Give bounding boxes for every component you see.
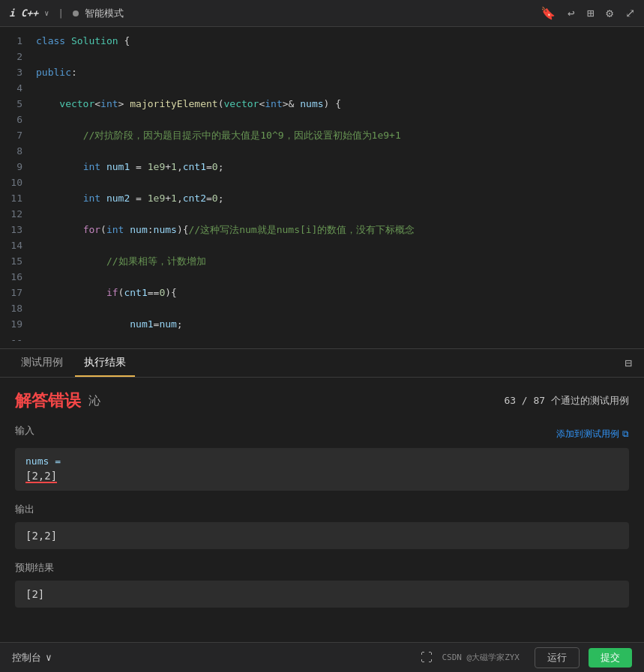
input-header: 输入 添加到测试用例 ⧉	[15, 424, 629, 444]
console-right: ⛶ CSDN @大磁学家ZYX 运行 提交	[421, 647, 632, 668]
code-content[interactable]: class Solution { public: vector<int> maj…	[30, 27, 644, 348]
console-toggle[interactable]: 控制台 ∨	[12, 651, 52, 665]
submit-button[interactable]: 提交	[589, 648, 632, 668]
settings-icon[interactable]: ⚙	[606, 6, 613, 20]
bookmark-icon[interactable]: 🔖	[541, 6, 556, 20]
grid-icon[interactable]: ⊞	[587, 6, 595, 20]
bottom-panel: 测试用例 执行结果 ⊟ 解答错误 沁 63 / 87 个通过的测试用例 输入 添…	[0, 349, 644, 672]
output-section: 输出 [2,2]	[15, 503, 629, 549]
copy-icon: ⧉	[622, 429, 629, 439]
top-bar-right: 🔖 ↩ ⊞ ⚙ ⤢	[541, 6, 635, 20]
output-value: [2,2]	[25, 530, 57, 542]
expected-value: [2]	[25, 588, 44, 600]
top-bar-left: i C++ ∨ | 智能模式	[9, 7, 124, 20]
watermark-text: CSDN @大磁学家ZYX	[442, 652, 520, 663]
input-value-line: [2,2]	[25, 470, 619, 483]
run-button[interactable]: 运行	[535, 647, 580, 668]
add-testcase-button[interactable]: 添加到测试用例 ⧉	[556, 428, 629, 441]
line-numbers: 1 2 3 4 5 6 7 8 9 10 11 12 13 14 15 16 1…	[0, 27, 30, 348]
console-label: 控制台	[12, 651, 41, 665]
panel-minimize-icon[interactable]: ⊟	[625, 356, 632, 370]
result-status-icon: 沁	[88, 393, 100, 409]
panel-content: 解答错误 沁 63 / 87 个通过的测试用例 输入 添加到测试用例 ⧉ num…	[0, 378, 644, 642]
input-label: 输入	[15, 424, 34, 438]
console-chevron-icon: ∨	[46, 652, 52, 663]
language-chevron-icon[interactable]: ∨	[44, 9, 49, 17]
mode-indicator-dot	[73, 10, 79, 16]
input-code-box: nums = [2,2]	[15, 448, 629, 491]
language-label[interactable]: i C++	[9, 7, 38, 19]
expected-section: 预期结果 [2]	[15, 561, 629, 608]
code-editor: 1 2 3 4 5 6 7 8 9 10 11 12 13 14 15 16 1…	[0, 27, 644, 349]
console-bar: 控制台 ∨ ⛶ CSDN @大磁学家ZYX 运行 提交	[0, 642, 644, 672]
input-vars-label: nums =	[25, 455, 619, 467]
result-header: 解答错误 沁 63 / 87 个通过的测试用例	[15, 390, 629, 412]
expected-code-box: [2]	[15, 581, 629, 608]
result-title-group: 解答错误 沁	[15, 390, 100, 412]
expand-icon[interactable]: ⤢	[625, 6, 635, 20]
tab-execution-result[interactable]: 执行结果	[75, 350, 135, 377]
output-code-box: [2,2]	[15, 522, 629, 549]
ai-mode-label: 智能模式	[85, 7, 124, 20]
input-section: 输入 添加到测试用例 ⧉ nums = [2,2]	[15, 424, 629, 491]
panel-tabs: 测试用例 执行结果 ⊟	[0, 349, 644, 378]
output-label: 输出	[15, 503, 629, 516]
expected-label: 预期结果	[15, 561, 629, 575]
undo-icon[interactable]: ↩	[568, 6, 575, 20]
result-progress-text: 63 / 87 个通过的测试用例	[504, 394, 629, 408]
result-status-label: 解答错误	[15, 390, 81, 412]
input-value: [2,2]	[25, 470, 57, 483]
console-share-icon[interactable]: ⛶	[421, 650, 433, 665]
top-bar: i C++ ∨ | 智能模式 🔖 ↩ ⊞ ⚙ ⤢	[0, 0, 644, 27]
tab-testcase[interactable]: 测试用例	[12, 350, 72, 377]
